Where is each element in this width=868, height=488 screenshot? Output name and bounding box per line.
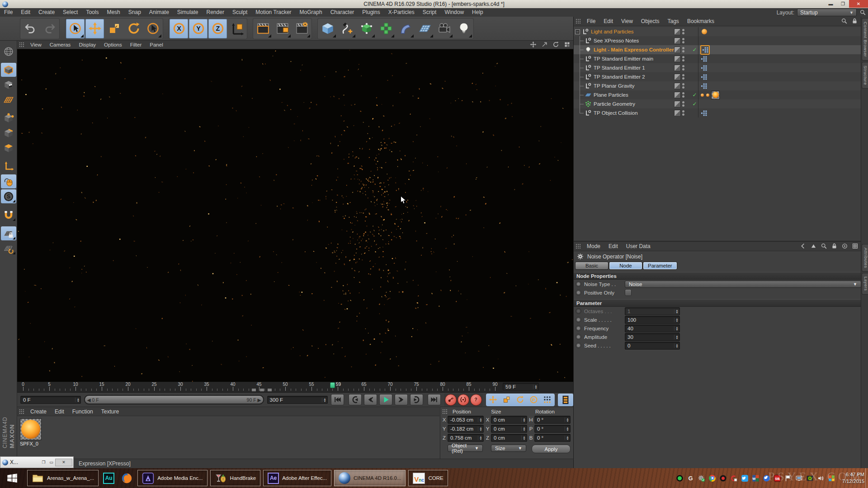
goto-end-button[interactable]	[428, 394, 441, 405]
tray-twitter-bird-icon[interactable]	[741, 474, 749, 482]
om-menu-objects[interactable]: Objects	[637, 17, 664, 26]
spinner-arrows-icon[interactable]: ▲▼	[478, 427, 483, 431]
visibility-dots[interactable]	[682, 65, 684, 70]
undo-tool-button[interactable]	[21, 19, 39, 38]
size-dropdown[interactable]: Size▼	[491, 445, 526, 452]
world-button[interactable]	[1, 44, 16, 58]
panel-grip-icon[interactable]	[19, 42, 24, 47]
spinner-arrows-icon[interactable]: ▲▼	[565, 436, 570, 440]
axis-y-tool-button[interactable]: Y	[189, 19, 208, 38]
spinner-arrows-icon[interactable]: ▲▼	[322, 398, 327, 402]
layer-toggle[interactable]	[674, 92, 681, 99]
panel-grip-icon[interactable]	[576, 244, 581, 249]
spinner-arrows-icon[interactable]: ▲▼	[565, 427, 570, 431]
tab-basic[interactable]: Basic	[575, 262, 609, 270]
keyframe-bullet-icon[interactable]	[576, 343, 581, 348]
tray-speaker-icon[interactable]	[817, 474, 825, 482]
layer-color-tag[interactable]	[700, 28, 708, 36]
taskbar-button-handbrake[interactable]: HandBrake	[210, 470, 261, 486]
preview-range-bar[interactable]: ◀ 0 F 90 F ▶	[85, 396, 263, 404]
preview-range-slider[interactable]: ◀ 0 F 90 F ▶	[84, 395, 264, 404]
spinner-arrows-icon[interactable]: ▲▼	[521, 427, 527, 431]
apply-button[interactable]: Apply	[532, 445, 571, 453]
taskbar-clock[interactable]: 6:47 PM 7/12/2015	[842, 471, 864, 485]
edge-tab-structure[interactable]: Structure	[862, 62, 868, 89]
rotate-tool-button[interactable]	[124, 19, 143, 38]
viewport-menu-filter[interactable]: Filter	[126, 41, 146, 49]
coord-rotation-b-field[interactable]: 0 °▲▼	[534, 434, 571, 442]
coord-rotation-p-field[interactable]: 0 °▲▼	[534, 425, 571, 433]
visibility-dots[interactable]	[682, 83, 684, 89]
start-button[interactable]	[0, 468, 24, 488]
close-button[interactable]: ✕	[849, 0, 868, 8]
tweak-mode-button[interactable]	[1, 174, 16, 188]
keyframe-bullet-icon[interactable]	[576, 308, 581, 314]
menu-select[interactable]: Select	[59, 8, 82, 17]
edges-mode-button[interactable]	[1, 126, 16, 140]
render-picture-viewer-tool-button[interactable]	[273, 19, 292, 38]
selection-tool-button[interactable]	[144, 19, 162, 38]
triangle-up-icon[interactable]	[810, 243, 817, 249]
show-desktop-button[interactable]	[865, 468, 868, 488]
panel-grip-icon[interactable]	[442, 409, 447, 414]
object-row-tp-standard-emitter-1[interactable]: TP Standard Emitter 1	[574, 63, 861, 72]
coord-system-tool-button[interactable]	[228, 19, 246, 38]
move-tool-button[interactable]	[85, 19, 104, 38]
render-view-tool-button[interactable]	[254, 19, 272, 38]
viewport-canvas[interactable]	[17, 49, 573, 382]
maximize-button[interactable]: ❐	[837, 0, 849, 8]
material-menu-function[interactable]: Function	[68, 407, 97, 416]
taskbar-button-adobe-media-enc[interactable]: Adobe Media Enc...	[137, 470, 207, 486]
points-mode-button[interactable]	[1, 111, 16, 125]
xpresso-tag[interactable]	[700, 55, 708, 63]
spinner-arrows-icon[interactable]: ▲▼	[674, 335, 679, 339]
layer-toggle[interactable]	[674, 101, 681, 108]
amplitude-field[interactable]: 30▲▼	[625, 333, 680, 341]
om-menu-edit[interactable]: Edit	[599, 17, 617, 26]
bend-deformer-tool-button[interactable]	[396, 19, 415, 38]
toggle-view-icon[interactable]	[564, 41, 571, 48]
close-icon[interactable]: ✕	[55, 459, 72, 466]
material-menu-create[interactable]: Create	[26, 407, 51, 416]
menu-character[interactable]: Character	[326, 8, 359, 17]
cloner-tool-button[interactable]	[377, 19, 395, 38]
spinner-arrows-icon[interactable]: ▲▼	[75, 398, 80, 402]
coord-position-z-field[interactable]: 0.758 cm▲▼	[448, 434, 484, 442]
record-help-button[interactable]: ?	[470, 394, 482, 406]
prev-frame-button[interactable]	[364, 394, 377, 405]
visibility-dots[interactable]	[682, 56, 684, 61]
spinner-arrows-icon[interactable]: ▲▼	[674, 343, 679, 348]
xpresso-tag[interactable]	[700, 109, 708, 117]
visibility-dots[interactable]	[682, 110, 684, 116]
play-button[interactable]	[379, 394, 392, 405]
soft-selection-button[interactable]: S	[1, 189, 16, 203]
menu-help[interactable]: Help	[468, 8, 487, 17]
minimize-button[interactable]: ▬	[825, 0, 837, 8]
maximize-icon[interactable]: ▭	[47, 459, 55, 466]
octaves-field[interactable]: 1▲▼	[625, 307, 680, 315]
snap-button[interactable]	[1, 208, 16, 222]
visibility-dots[interactable]	[682, 74, 684, 80]
model-mode-button[interactable]	[1, 63, 16, 77]
tray-word-doc-icon[interactable]: W	[752, 474, 760, 482]
object-row-see-xpresso-notes[interactable]: See XPresso Notes	[574, 36, 861, 45]
key-pla-button[interactable]	[541, 394, 554, 405]
current-frame-marker[interactable]	[330, 382, 335, 388]
coord-rotation-h-field[interactable]: 0 °▲▼	[534, 416, 571, 424]
lock-icon[interactable]	[851, 18, 858, 24]
viewport-menu-view[interactable]: View	[26, 41, 46, 49]
keyframe-bullet-icon[interactable]	[576, 281, 581, 287]
spinner-arrows-icon[interactable]: ▲▼	[533, 385, 538, 389]
autokey-button[interactable]	[458, 394, 469, 406]
xpresso-tag[interactable]	[700, 73, 708, 81]
taskbar-button-core[interactable]: VncCORE	[408, 470, 448, 486]
material-tag[interactable]	[711, 91, 720, 99]
taskbar-button-arenas-w-arena[interactable]: Arenas_w_Arena_...	[27, 470, 99, 486]
om-menu-bookmarks[interactable]: Bookmarks	[683, 17, 718, 26]
workplane-mode-button[interactable]	[1, 93, 16, 107]
tray-nvidia-eye-icon[interactable]	[806, 474, 814, 482]
enabled-checkmark[interactable]: ✓	[691, 101, 698, 107]
taskbar-button-cinema-4d-r16-0[interactable]: CINEMA 4D R16.0...	[334, 470, 406, 486]
layer-toggle[interactable]	[674, 56, 681, 62]
polygons-mode-button[interactable]	[1, 141, 16, 155]
